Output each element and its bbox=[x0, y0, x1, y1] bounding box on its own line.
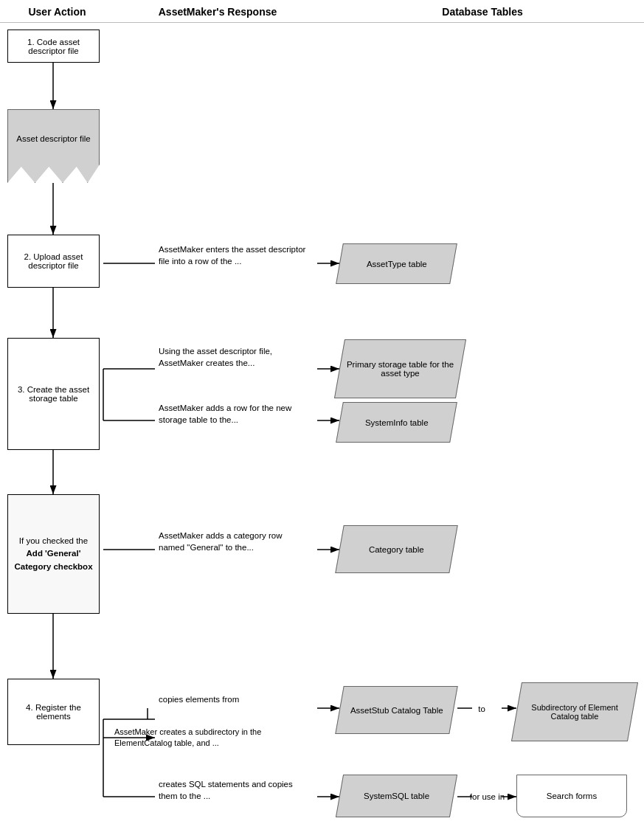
step2-box: 2. Upload asset descriptor file bbox=[7, 235, 100, 288]
diagram-container: User Action AssetMaker's Response Databa… bbox=[0, 0, 644, 838]
search-forms-box: Search forms bbox=[516, 775, 627, 817]
primary-storage-box: Primary storage table for the asset type bbox=[334, 339, 466, 398]
label7-text: AssetMaker creates a subdirectory in the… bbox=[114, 727, 291, 749]
label3-text: AssetMaker adds a row for the new storag… bbox=[159, 402, 306, 426]
asset-descriptor-box: Asset descriptor file bbox=[7, 109, 100, 183]
step4-box: 4. Register the elements bbox=[7, 679, 100, 745]
header-user-action: User Action bbox=[0, 6, 114, 18]
header-database-tables: Database Tables bbox=[321, 6, 644, 18]
subdir-element-table-box: Subdirectory of Element Catalog table bbox=[511, 682, 638, 741]
assetstub-table-box: AssetStub Catalog Table bbox=[335, 686, 457, 734]
label4-text: AssetMaker adds a category row named "Ge… bbox=[159, 530, 306, 553]
step3-box: 3. Create the asset storage table bbox=[7, 338, 100, 450]
label5-text: copies elements from bbox=[159, 693, 306, 705]
systemsql-table-box: SystemSQL table bbox=[336, 775, 457, 817]
label9-text: for use in bbox=[463, 791, 511, 803]
step1-box: 1. Code asset descriptor file bbox=[7, 30, 100, 63]
assettype-table-box: AssetType table bbox=[336, 243, 457, 284]
label1-text: AssetMaker enters the asset descriptor f… bbox=[159, 243, 306, 267]
label6-text: to bbox=[471, 703, 493, 715]
header-row: User Action AssetMaker's Response Databa… bbox=[0, 0, 644, 23]
label8-text: creates SQL statements and copies them t… bbox=[159, 778, 314, 802]
condition-box: If you checked the Add 'General' Categor… bbox=[7, 494, 100, 614]
category-table-box: Category table bbox=[335, 525, 457, 573]
systeminfo-table-box: SystemInfo table bbox=[336, 402, 457, 443]
label2-text: Using the asset descriptor file, AssetMa… bbox=[159, 345, 306, 369]
header-assetmaker-response: AssetMaker's Response bbox=[114, 6, 321, 18]
